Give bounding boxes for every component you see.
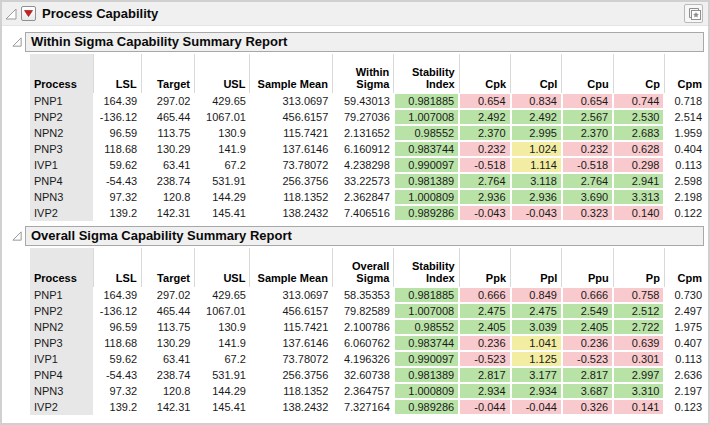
- value-cell: -136.12: [93, 109, 141, 125]
- column-header-process: Process: [30, 54, 93, 93]
- value-cell: 118.1352: [250, 189, 332, 205]
- value-cell: 32.60738: [332, 367, 393, 383]
- value-cell: 0.990097: [394, 157, 459, 173]
- value-cell: 256.3756: [250, 367, 332, 383]
- value-cell: 118.68: [93, 335, 141, 351]
- value-cell: 3.177: [511, 367, 562, 383]
- value-cell: 313.0697: [250, 287, 332, 303]
- value-cell: 2.934: [511, 383, 562, 399]
- status-badge-good: 3.118: [512, 174, 561, 188]
- status-badge-bad: -0.044: [460, 400, 509, 414]
- section-title: Overall Sigma Capability Summary Report: [31, 228, 292, 243]
- status-badge-bad: 0.758: [614, 288, 663, 302]
- value-cell: 2.492: [459, 109, 510, 125]
- value-cell: 164.39: [93, 287, 141, 303]
- value-cell: 59.62: [93, 157, 141, 173]
- status-badge-good: 2.549: [563, 304, 612, 318]
- value-cell: -0.523: [459, 351, 510, 367]
- within-sigma-section-title-bar[interactable]: Within Sigma Capability Summary Report: [25, 32, 704, 52]
- value-cell: 2.683: [613, 125, 664, 141]
- star-window-button[interactable]: [684, 4, 703, 23]
- value-cell: 137.6146: [250, 335, 332, 351]
- process-cell: PNP4: [30, 173, 93, 189]
- column-header-sample-mean: Sample Mean: [250, 248, 332, 287]
- value-cell: 0.730: [664, 287, 706, 303]
- status-badge-bad: -0.518: [460, 158, 509, 172]
- value-cell: 2.995: [511, 125, 562, 141]
- value-cell: 0.113: [664, 157, 706, 173]
- value-cell: 58.35353: [332, 287, 393, 303]
- status-badge-good: 2.370: [460, 126, 509, 140]
- red-triangle-menu-button[interactable]: [21, 6, 36, 21]
- status-badge-good: 2.764: [563, 174, 612, 188]
- status-badge-good: 2.764: [460, 174, 509, 188]
- page-title: Process Capability: [42, 6, 158, 21]
- process-cell: PNP4: [30, 367, 93, 383]
- value-cell: 120.8: [141, 189, 194, 205]
- section-disclosure-icon[interactable]: [12, 37, 22, 47]
- status-badge-bad: -0.523: [460, 352, 509, 366]
- process-cell: NPN3: [30, 383, 93, 399]
- table-row: NPN397.32120.8144.29118.13522.3647571.00…: [30, 383, 706, 399]
- status-badge-bad: 0.666: [563, 288, 612, 302]
- value-cell: 2.549: [562, 303, 613, 319]
- outline-disclosure-icon[interactable]: [5, 8, 17, 20]
- value-cell: 1.975: [664, 319, 706, 335]
- column-header-pp: Pp: [613, 248, 664, 287]
- value-cell: 2.530: [613, 109, 664, 125]
- value-cell: 2.722: [613, 319, 664, 335]
- value-cell: 0.232: [562, 141, 613, 157]
- value-cell: 118.1352: [250, 383, 332, 399]
- value-cell: 130.29: [141, 335, 194, 351]
- column-header-target: Target: [141, 54, 194, 93]
- value-cell: 130.9: [194, 125, 249, 141]
- column-header-target: Target: [141, 248, 194, 287]
- value-cell: 4.196326: [332, 351, 393, 367]
- value-cell: 0.981389: [394, 367, 459, 383]
- status-badge-warn: 1.041: [512, 336, 561, 350]
- status-badge-good: 3.310: [614, 384, 663, 398]
- status-badge-good: 2.492: [460, 110, 509, 124]
- value-cell: 63.41: [141, 157, 194, 173]
- value-cell: -54.43: [93, 367, 141, 383]
- column-header-lsl: LSL: [93, 248, 141, 287]
- value-cell: 0.232: [459, 141, 510, 157]
- value-cell: 0.834: [511, 93, 562, 109]
- column-header-sample-mean: Sample Mean: [250, 54, 332, 93]
- column-header-cpm: Cpm: [664, 248, 706, 287]
- value-cell: 2.764: [562, 173, 613, 189]
- overall-sigma-table: ProcessLSLTargetUSLSample MeanOverall Si…: [30, 248, 706, 415]
- value-cell: -0.523: [562, 351, 613, 367]
- table-header-row: ProcessLSLTargetUSLSample MeanOverall Si…: [30, 248, 706, 287]
- value-cell: -0.043: [511, 205, 562, 221]
- process-cell: PNP3: [30, 141, 93, 157]
- value-cell: 2.100786: [332, 319, 393, 335]
- status-badge-good: 2.817: [460, 368, 509, 382]
- value-cell: 0.758: [613, 287, 664, 303]
- value-cell: 6.160912: [332, 141, 393, 157]
- table-row: PNP3118.68130.29141.9137.61466.1609120.9…: [30, 141, 706, 157]
- value-cell: 2.936: [511, 189, 562, 205]
- status-badge-good: 2.997: [614, 368, 663, 382]
- column-header-ppu: Ppu: [562, 248, 613, 287]
- value-cell: 120.8: [141, 383, 194, 399]
- value-cell: 297.02: [141, 93, 194, 109]
- status-badge-bad: 0.301: [614, 352, 663, 366]
- value-cell: 113.75: [141, 125, 194, 141]
- value-cell: 0.98552: [394, 319, 459, 335]
- table-row: PNP1164.39297.02429.65313.069759.430130.…: [30, 93, 706, 109]
- process-cell: IVP2: [30, 399, 93, 415]
- value-cell: 0.113: [664, 351, 706, 367]
- report-body: Within Sigma Capability Summary Report P…: [2, 26, 708, 416]
- status-badge-good: 2.941: [614, 174, 663, 188]
- value-cell: 2.512: [613, 303, 664, 319]
- value-cell: 73.78072: [250, 157, 332, 173]
- status-badge-good: 0.983744: [395, 142, 458, 156]
- status-badge-good: 2.530: [614, 110, 663, 124]
- overall-sigma-section-title-bar[interactable]: Overall Sigma Capability Summary Report: [25, 226, 704, 246]
- value-cell: 3.118: [511, 173, 562, 189]
- status-badge-bad: 0.232: [460, 142, 509, 156]
- value-cell: 139.2: [93, 205, 141, 221]
- column-header-cpl: Cpl: [511, 54, 562, 93]
- section-disclosure-icon[interactable]: [12, 231, 22, 241]
